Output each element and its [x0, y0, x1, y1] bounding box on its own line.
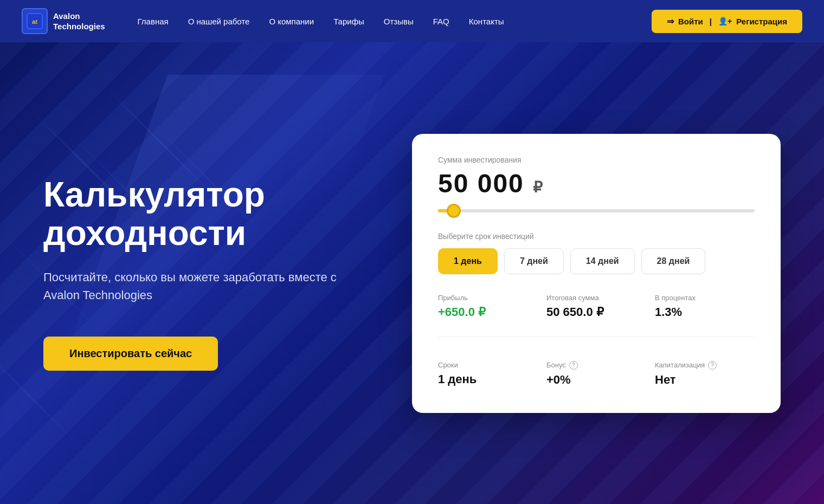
- hero-left-panel: Калькулятор доходности Посчитайте, сколь…: [43, 176, 369, 371]
- nav-reviews[interactable]: Отзывы: [384, 17, 414, 26]
- nav-about[interactable]: О компании: [269, 17, 314, 26]
- percent-col: В процентах 1.3%: [655, 294, 755, 319]
- auth-divider: |: [710, 17, 712, 26]
- amount-row: 50 000 ₽: [438, 169, 755, 198]
- register-icon: 👤+: [718, 17, 732, 25]
- nav-about-work[interactable]: О нашей работе: [188, 17, 250, 26]
- capitalization-col: Капитализация ? Нет: [655, 361, 755, 387]
- investment-label: Сумма инвестирования: [438, 156, 755, 164]
- bonus-col: Бонус ? +0%: [546, 361, 646, 387]
- nav-contacts[interactable]: Контакты: [469, 17, 504, 26]
- login-label: Войти: [678, 17, 703, 26]
- bonus-label: Бонус ?: [546, 361, 646, 370]
- hero-section: Калькулятор доходности Посчитайте, сколь…: [0, 42, 824, 504]
- capitalization-label: Капитализация ?: [655, 361, 755, 370]
- total-value: 50 650.0 ₽: [546, 305, 646, 319]
- period-btn-28d[interactable]: 28 дней: [641, 248, 706, 274]
- login-icon: ⇒: [667, 16, 674, 27]
- period-detail-label: Сроки: [438, 361, 538, 369]
- bonus-info-icon[interactable]: ?: [569, 361, 578, 370]
- period-btn-1d[interactable]: 1 день: [438, 248, 498, 274]
- invest-button[interactable]: Инвестировать сейчас: [43, 337, 218, 371]
- profit-value: +650.0 ₽: [438, 305, 538, 319]
- hero-subtitle: Посчитайте, сколько вы можете заработать…: [43, 268, 369, 304]
- main-nav: Главная О нашей работе О компании Тарифы…: [138, 17, 652, 26]
- hero-title: Калькулятор доходности: [43, 176, 369, 252]
- nav-faq[interactable]: FAQ: [433, 17, 449, 26]
- slider-thumb[interactable]: [447, 204, 461, 218]
- amount-currency: ₽: [533, 178, 543, 196]
- total-label: Итоговая сумма: [546, 294, 646, 302]
- period-col: Сроки 1 день: [438, 361, 538, 387]
- total-col: Итоговая сумма 50 650.0 ₽: [546, 294, 646, 319]
- header: at Avalon Technologies Главная О нашей р…: [0, 0, 824, 42]
- results-divider: [438, 337, 755, 337]
- hero-right-panel: Сумма инвестирования 50 000 ₽ Выберите с…: [369, 134, 781, 413]
- register-label: Регистрация: [736, 17, 787, 26]
- period-label: Выберите срок инвестиций: [438, 232, 755, 241]
- period-buttons: 1 день 7 дней 14 дней 28 дней: [438, 248, 755, 274]
- logo-text: Avalon Technologies: [53, 11, 105, 32]
- investment-slider-container[interactable]: [438, 209, 755, 212]
- percent-label: В процентах: [655, 294, 755, 302]
- bonus-value: +0%: [546, 373, 646, 387]
- profit-label: Прибыль: [438, 294, 538, 302]
- calculator-card: Сумма инвестирования 50 000 ₽ Выберите с…: [412, 134, 781, 413]
- period-btn-14d[interactable]: 14 дней: [570, 248, 635, 274]
- capitalization-value: Нет: [655, 373, 755, 387]
- period-btn-7d[interactable]: 7 дней: [504, 248, 564, 274]
- slider-track: [438, 209, 755, 212]
- period-detail-value: 1 день: [438, 372, 538, 386]
- nav-home[interactable]: Главная: [138, 17, 169, 26]
- percent-value: 1.3%: [655, 305, 755, 319]
- amount-value: 50 000: [438, 169, 524, 198]
- capitalization-info-icon[interactable]: ?: [708, 361, 717, 370]
- logo[interactable]: at Avalon Technologies: [22, 8, 105, 34]
- results-grid: Прибыль +650.0 ₽ Итоговая сумма 50 650.0…: [438, 294, 755, 387]
- svg-text:at: at: [32, 18, 37, 25]
- logo-icon: at: [22, 8, 48, 34]
- profit-col: Прибыль +650.0 ₽: [438, 294, 538, 319]
- nav-tariffs[interactable]: Тарифы: [333, 17, 364, 26]
- auth-button[interactable]: ⇒ Войти | 👤+ Регистрация: [652, 10, 802, 33]
